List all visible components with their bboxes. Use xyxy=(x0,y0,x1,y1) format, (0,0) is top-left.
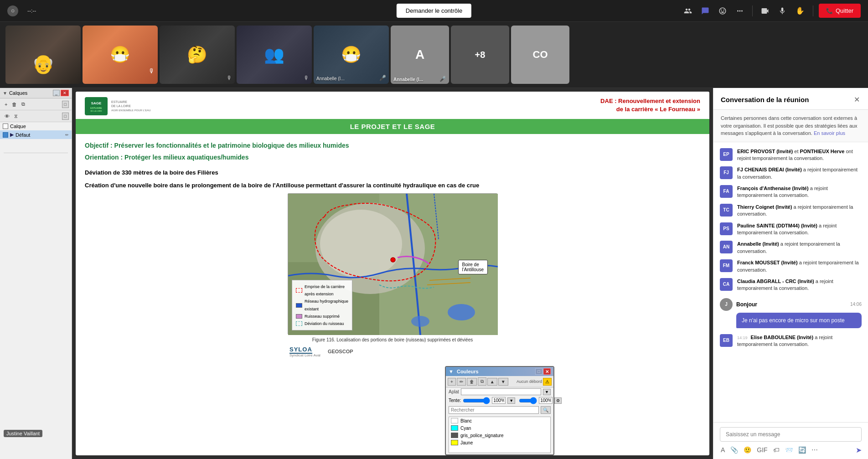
participant-tile-3[interactable]: 🤔 🎙 xyxy=(160,26,235,84)
svg-text:DE LA LOIRE: DE LA LOIRE xyxy=(90,110,102,112)
add-layer-button[interactable]: + xyxy=(3,100,9,108)
slide-map-container: Boire del'Antillouse Emprise de la carri… xyxy=(85,193,700,357)
chat-notice-link[interactable]: En savoir plus xyxy=(814,130,845,136)
chat-bubble-group-sent: J Bonjour 14:06 Je n'ai pas encore de mi… xyxy=(713,294,868,332)
colors-dialog-close[interactable]: ✕ xyxy=(543,368,551,375)
tente-slider[interactable] xyxy=(463,398,490,403)
chat-avatar-ep: EP xyxy=(720,148,733,161)
opacity-slider[interactable] xyxy=(519,398,537,403)
layer-item-defaut[interactable]: ▶ Défaut ✏ xyxy=(0,130,72,139)
slide-logos-bottom: SYLOA Syndicat Loire Aval GEOSCOP xyxy=(288,345,497,357)
tente-down[interactable]: ▼ xyxy=(507,397,515,404)
color-item-gris[interactable]: gris_police_signature xyxy=(449,432,550,439)
layers-panel-close[interactable]: ✕ xyxy=(61,90,69,96)
opacity-value-input[interactable] xyxy=(539,397,553,404)
sage-logo-text: ESTUAIREDE LA LOIREAGIR ENSEMBLE POUR L'… xyxy=(111,100,151,113)
color-no-border: Aucun débord xyxy=(517,379,542,384)
chat-event-eric: EP ERIC PROVOST (Invité) et PONTHIEUX He… xyxy=(713,146,868,165)
chat-send-button[interactable]: ➤ xyxy=(856,446,862,454)
remove-layer-button[interactable]: 🗑 xyxy=(10,100,19,108)
color-delete-button[interactable]: 🗑 xyxy=(467,378,477,386)
participant-tile-5[interactable]: 😷 Annabelle (I... 🎤 xyxy=(314,26,389,84)
filter-button[interactable]: ⧖ xyxy=(12,112,20,120)
chat-gif-button[interactable]: GIF xyxy=(756,445,768,454)
expand-button[interactable]: □ xyxy=(62,113,69,120)
color-search-button[interactable]: 🔍 xyxy=(541,406,551,414)
slide-title: DAE : Renouvellement et extension de la … xyxy=(600,97,700,113)
chat-button[interactable] xyxy=(698,4,712,18)
layers-toolbar: + 🗑 ⧉ □ xyxy=(0,98,72,110)
color-dup-button[interactable]: ⧉ xyxy=(478,377,486,386)
colors-dialog-restore[interactable]: □ xyxy=(535,368,542,375)
colors-dialog-title: ▼ Couleurs xyxy=(449,369,479,374)
participant-tile-4[interactable]: 👥 🎙 xyxy=(237,26,312,84)
aplat-dropdown[interactable]: ▼ xyxy=(543,389,551,395)
chat-more-button[interactable]: ⋯ xyxy=(811,445,819,454)
color-search-input[interactable] xyxy=(449,406,539,414)
map-legend: Emprise de la carrièreaprès extension Ré… xyxy=(292,280,352,330)
chat-loop-button[interactable]: 🔄 xyxy=(797,445,807,454)
layer-item-calque[interactable]: Calque xyxy=(0,122,72,130)
layer-checkbox[interactable] xyxy=(3,124,8,129)
camera-button[interactable] xyxy=(758,4,772,18)
chat-emoji-button[interactable]: 🙂 xyxy=(743,445,752,454)
sage-logo-shape: SAGE ESTUAIRE DE LA LOIRE xyxy=(85,97,108,115)
eye-button[interactable]: 👁 xyxy=(3,112,11,120)
chat-avatar-ca: CA xyxy=(720,278,733,291)
legend-item-4: Déviation du ruisseau xyxy=(296,320,348,327)
layer-checkbox-defaut[interactable] xyxy=(3,132,8,138)
chat-sticker-button[interactable]: 🏷 xyxy=(772,445,780,454)
raise-hand-button[interactable]: ✋ xyxy=(793,4,807,18)
colors-dialog-toolbar: + ✏ 🗑 ⧉ ▲ ▼ Aucun débord ⚠ xyxy=(446,376,553,387)
opacity-settings[interactable]: ⚙ xyxy=(554,397,562,404)
chat-bubble-header: J Bonjour 14:06 xyxy=(720,298,862,311)
sage-logo: SAGE ESTUAIRE DE LA LOIRE ESTUAIREDE LA … xyxy=(85,97,151,115)
presentation-area: SAGE ESTUAIRE DE LA LOIRE ESTUAIREDE LA … xyxy=(72,88,713,459)
svg-point-9 xyxy=(391,258,395,262)
mic-button[interactable] xyxy=(775,4,789,18)
color-arrow-up[interactable]: ▲ xyxy=(487,378,497,386)
chat-bubble-avatar: J xyxy=(720,298,733,311)
color-item-cyan[interactable]: Cyan xyxy=(449,424,550,432)
chat-event-francois: FA François d'Anthenaise (Invité) a rejo… xyxy=(713,183,868,201)
slide-green-banner: LE PROJET ET LE SAGE xyxy=(76,119,709,134)
tente-row: Tente: ▼ ⚙ xyxy=(446,396,553,405)
color-add-button[interactable]: + xyxy=(448,378,456,386)
chat-avatar-fa: FA xyxy=(720,185,733,198)
center-controls: Demander le contrôle xyxy=(397,4,471,18)
reactions-button[interactable] xyxy=(716,4,729,18)
right-controls: ✋ 📞 Quitter xyxy=(681,4,861,18)
avatar-more[interactable]: +8 xyxy=(451,26,509,84)
copy-layer-button[interactable]: ⧉ xyxy=(20,100,27,108)
layer-settings-button[interactable]: □ xyxy=(62,101,69,108)
chat-text-input[interactable] xyxy=(726,431,856,438)
participant-tile-2[interactable]: 😷 🎙 xyxy=(83,26,158,84)
slide-header: SAGE ESTUAIRE DE LA LOIRE ESTUAIREDE LA … xyxy=(76,92,709,119)
chat-attach-button[interactable]: 📎 xyxy=(729,445,739,454)
participants-button[interactable] xyxy=(681,4,695,18)
slide-text-1: Déviation de 330 mètres de la boire des … xyxy=(85,168,700,177)
quit-button[interactable]: 📞 Quitter xyxy=(819,4,861,18)
layers-panel-minimize[interactable]: _ xyxy=(53,90,60,96)
more-button[interactable] xyxy=(733,4,747,18)
avatar-co[interactable]: CO xyxy=(511,26,569,84)
request-control-button[interactable]: Demander le contrôle xyxy=(397,4,471,18)
tente-value-input[interactable] xyxy=(492,397,506,404)
color-warn-button[interactable]: ⚠ xyxy=(543,378,552,386)
slide-map: Boire del'Antillouse Emprise de la carri… xyxy=(288,193,497,335)
color-item-blanc[interactable]: Blanc xyxy=(449,417,550,424)
color-arrow-down[interactable]: ▼ xyxy=(498,378,508,386)
app-icon: ⊙ xyxy=(7,5,18,16)
color-edit-button[interactable]: ✏ xyxy=(457,378,466,386)
layer-label: Calque xyxy=(10,124,26,129)
color-list: Blanc Cyan gris_police_signature Jaune xyxy=(449,417,551,453)
avatar-annabelle[interactable]: A Annabelle (I... 🎤 xyxy=(391,26,449,84)
aplat-input[interactable] xyxy=(461,388,541,395)
color-item-jaune[interactable]: Jaune xyxy=(449,439,550,446)
layers-panel: ▼ Calques _ ✕ + 🗑 ⧉ □ 👁 ⧖ □ Calque xyxy=(0,88,72,459)
participant-tile-1[interactable]: 👴 xyxy=(5,26,81,84)
chat-event-claudia: CA Claudia ABGRALL - CRC (Invité) a rejo… xyxy=(713,276,868,294)
chat-close-button[interactable]: ✕ xyxy=(853,94,861,105)
chat-delivery-button[interactable]: 📨 xyxy=(784,445,794,454)
chat-format-button[interactable]: A xyxy=(720,445,726,454)
